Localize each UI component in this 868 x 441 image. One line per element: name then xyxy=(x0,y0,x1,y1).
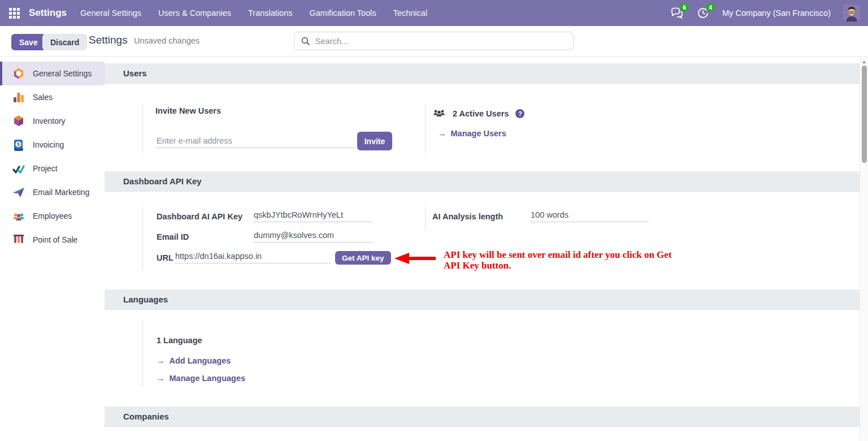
setting-box-divider xyxy=(142,321,143,387)
scroll-up-arrow-icon[interactable]: ▲ xyxy=(862,59,866,64)
email-marketing-icon xyxy=(12,185,25,199)
sidebar-item-project[interactable]: Project xyxy=(0,157,105,180)
sales-icon xyxy=(12,90,25,104)
messages-icon[interactable]: 6 xyxy=(670,6,684,20)
setting-box-divider xyxy=(425,105,426,154)
sidebar-item-label: Sales xyxy=(33,93,53,102)
activities-icon[interactable]: 4 xyxy=(696,6,710,20)
email-id-label: Email ID xyxy=(157,232,189,241)
section-header-companies: Companies xyxy=(105,407,860,427)
activities-badge: 4 xyxy=(706,3,715,12)
section-header-dashboard-api-key: Dashboard API Key xyxy=(105,171,860,192)
search-box xyxy=(294,32,574,50)
svg-text:$: $ xyxy=(17,141,20,147)
sidebar-item-sales[interactable]: Sales xyxy=(0,85,105,109)
general-settings-icon xyxy=(12,67,25,80)
scrollbar-thumb[interactable] xyxy=(862,66,867,163)
sidebar-item-label: Project xyxy=(33,164,58,173)
menu-technical[interactable]: Technical xyxy=(393,8,427,18)
sidebar-item-general-settings[interactable]: General Settings xyxy=(0,62,105,85)
messages-badge: 6 xyxy=(680,3,689,12)
point-of-sale-icon xyxy=(12,233,25,247)
settings-sidebar: General Settings Sales Inventory $ Invoi… xyxy=(0,57,105,441)
section-header-users: Users xyxy=(105,63,860,84)
apps-grid-icon[interactable] xyxy=(9,8,20,19)
annotation-arrow-icon xyxy=(394,253,409,264)
manage-languages-link[interactable]: → Manage Languages xyxy=(157,374,245,383)
sidebar-item-label: Point of Sale xyxy=(33,235,77,244)
get-api-key-button[interactable]: Get API key xyxy=(335,251,391,265)
search-icon xyxy=(301,37,310,46)
menu-gamification-tools[interactable]: Gamification Tools xyxy=(309,8,376,18)
settings-content: Users Invite New Users Invite 2 Active U… xyxy=(105,57,860,441)
discard-button[interactable]: Discard xyxy=(42,34,87,50)
employees-icon xyxy=(12,209,25,223)
invoicing-icon: $ xyxy=(12,138,25,152)
setting-box-divider xyxy=(142,105,143,154)
manage-users-link[interactable]: → Manage Users xyxy=(438,129,506,138)
menu-translations[interactable]: Translations xyxy=(248,8,292,18)
unsaved-changes-status: Unsaved changes xyxy=(134,36,199,45)
menu-general-settings[interactable]: General Settings xyxy=(80,8,141,18)
navbar-right: 6 4 My Company (San Francisco) xyxy=(670,5,868,21)
search-input[interactable] xyxy=(315,37,567,46)
setting-box-divider xyxy=(425,206,426,229)
url-input[interactable] xyxy=(175,250,331,263)
language-count: 1 Language xyxy=(157,336,202,345)
sidebar-item-label: Inventory xyxy=(33,116,66,126)
vertical-scrollbar: ▲ xyxy=(860,57,868,441)
ai-analysis-length-input[interactable] xyxy=(530,209,649,222)
sidebar-item-label: Employees xyxy=(33,211,72,220)
invite-users-label: Invite New Users xyxy=(155,106,221,115)
url-label: URL xyxy=(157,253,173,262)
ai-analysis-length-label: AI Analysis length xyxy=(432,212,503,221)
email-id-input[interactable] xyxy=(253,230,373,243)
invite-email-input[interactable] xyxy=(156,135,356,148)
sidebar-item-label: Email Marketing xyxy=(33,188,89,197)
sidebar-item-invoicing[interactable]: $ Invoicing xyxy=(0,133,105,157)
invite-button[interactable]: Invite xyxy=(357,132,392,150)
sidebar-item-inventory[interactable]: Inventory xyxy=(0,109,105,133)
inventory-icon xyxy=(12,114,25,128)
arrow-icon: → xyxy=(157,374,165,383)
top-navbar: Settings General Settings Users & Compan… xyxy=(0,0,868,26)
app-name[interactable]: Settings xyxy=(29,7,67,19)
users-group-icon xyxy=(432,107,446,120)
sidebar-item-label: General Settings xyxy=(33,69,92,78)
arrow-icon: → xyxy=(438,129,446,138)
user-avatar[interactable] xyxy=(843,5,860,21)
sidebar-item-label: Invoicing xyxy=(33,140,64,149)
sidebar-item-employees[interactable]: Employees xyxy=(0,204,105,228)
section-header-languages: Languages xyxy=(105,289,860,310)
help-icon[interactable]: ? xyxy=(515,109,524,118)
control-panel: Save Discard Settings Unsaved changes xyxy=(0,26,868,57)
page-title: Settings xyxy=(89,34,128,46)
setting-box-divider xyxy=(142,206,143,270)
navbar-menu: General Settings Users & Companies Trans… xyxy=(80,8,427,18)
navbar-left: Settings General Settings Users & Compan… xyxy=(0,7,427,19)
api-key-input[interactable] xyxy=(253,209,373,222)
sidebar-item-point-of-sale[interactable]: Point of Sale xyxy=(0,228,105,252)
arrow-icon: → xyxy=(157,356,165,365)
active-users-count: 2 Active Users xyxy=(453,109,509,118)
add-languages-link[interactable]: → Add Languages xyxy=(157,356,231,365)
menu-users-companies[interactable]: Users & Companies xyxy=(158,8,231,18)
company-switcher[interactable]: My Company (San Francisco) xyxy=(722,8,831,18)
annotation-arrow-shaft xyxy=(409,257,436,260)
save-button[interactable]: Save xyxy=(11,34,46,50)
project-icon xyxy=(12,162,25,175)
sidebar-item-email-marketing[interactable]: Email Marketing xyxy=(0,180,105,204)
annotation-text: API key will be sent over email id after… xyxy=(444,249,676,271)
api-key-label: Dashboard AI API Key xyxy=(157,212,242,221)
